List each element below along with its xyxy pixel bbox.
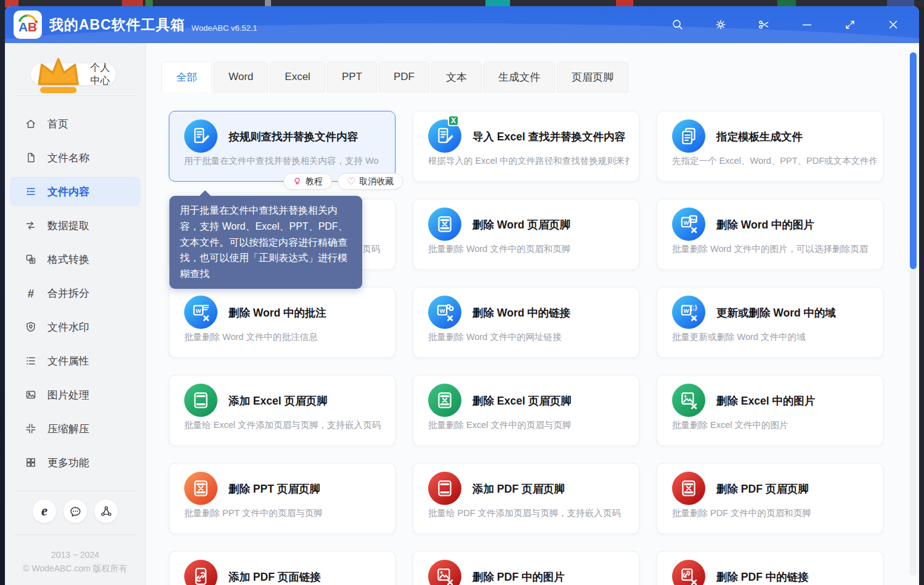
feature-icon	[672, 119, 705, 153]
svg-text:W: W	[683, 219, 689, 226]
feature-card[interactable]: 删除 PPT 页眉页脚 批量删除 PPT 文件中的页眉与页脚	[169, 463, 395, 534]
sidebar-item-list-indent[interactable]: 文件内容	[10, 177, 140, 206]
ie-browser-icon[interactable]: e	[32, 499, 57, 523]
feature-desc: 批量给 Excel 文件添加页眉与页脚，支持嵌入页码	[184, 419, 389, 431]
tooltip: 用于批量在文件中查找并替换相关内容，支持 Word、Excel、PPT、PDF、…	[169, 196, 362, 289]
tab-生成文件[interactable]: 生成文件	[484, 62, 555, 92]
svg-text:{;}: {;}	[690, 304, 697, 311]
sidebar-item-props[interactable]: 文件属性	[10, 346, 140, 376]
selected-card-actions: 教程 ♡ 取消收藏	[283, 173, 403, 190]
convert-icon	[25, 253, 37, 265]
feature-desc: 批量删除 PDF 文件中的页眉和页脚	[672, 507, 877, 519]
feature-icon	[428, 384, 461, 417]
tutorial-label: 教程	[306, 176, 323, 187]
sidebar-item-doc[interactable]: 文件名称	[10, 143, 140, 172]
feature-card[interactable]: 导入 Excel 查找并替换文件内容 根据导入的 Excel 中的文件路径和查找…	[413, 111, 639, 182]
maximize-icon[interactable]	[843, 17, 857, 32]
feature-title: 删除 Word 中的批注	[229, 305, 326, 320]
feature-card[interactable]: 删除 Excel 中的图片 批量删除 Excel 文件中的图片	[657, 375, 883, 446]
sidebar-item-convert[interactable]: 格式转换	[10, 244, 140, 274]
tooltip-arrow	[199, 190, 211, 196]
feature-card[interactable]: 添加 PDF 页眉页脚 批量给 PDF 文件添加页眉与页脚，支持嵌入页码	[413, 463, 639, 534]
feature-title: 删除 Word 中的图片	[716, 217, 814, 232]
copyright-years: 2013 ~ 2024	[5, 548, 145, 562]
feature-icon: W	[428, 296, 461, 329]
sidebar-item-label: 合并拆分	[47, 286, 89, 301]
search-icon[interactable]	[670, 17, 685, 32]
feature-card[interactable]: 删除 PDF 中的链接	[657, 551, 883, 585]
feature-card[interactable]: 删除 PDF 中的图片	[413, 551, 639, 585]
chat-icon[interactable]	[63, 499, 87, 523]
sidebar-item-label: 压缩解压	[47, 422, 89, 436]
compress-icon	[25, 422, 37, 435]
svg-text:A: A	[18, 20, 28, 34]
feature-title: 删除 Word 页眉页脚	[472, 217, 570, 232]
feature-card[interactable]: 指定模板生成文件 先指定一个 Excel、Word、PPT、PDF或文本文件作	[657, 111, 883, 182]
divider	[14, 95, 137, 96]
feature-card[interactable]: 删除 PDF 页眉页脚 批量删除 PDF 文件中的页眉和页脚	[657, 463, 883, 534]
copyright: 2013 ~ 2024 © WodeABC.com 版权所有	[5, 548, 145, 575]
tab-页眉页脚[interactable]: 页眉页脚	[557, 62, 628, 92]
sidebar-item-compress[interactable]: 压缩解压	[10, 414, 140, 443]
sidebar-item-label: 文件属性	[47, 354, 89, 368]
tab-文本[interactable]: 文本	[431, 62, 482, 92]
more-icon	[25, 456, 37, 469]
sidebar-item-label: 文件内容	[47, 185, 89, 199]
profile-center-label: 个人中心	[91, 62, 116, 87]
watermark-icon	[25, 321, 37, 333]
tab-Excel[interactable]: Excel	[270, 62, 325, 92]
feature-card[interactable]: W 删除 Word 中的图片 批量删除 Word 文件中的图片，可以选择删除页眉	[657, 199, 883, 270]
feature-title: 指定模板生成文件	[716, 129, 803, 144]
feature-card[interactable]: W 删除 Word 中的链接 批量删除 Word 文件中的网址链接	[413, 287, 639, 358]
unfavorite-label: 取消收藏	[359, 176, 394, 187]
minimize-icon[interactable]	[800, 17, 814, 32]
content-area: 全部WordExcelPPTPDF文本生成文件页眉页脚 按规则查找并替换文件内容…	[146, 43, 919, 585]
feature-desc: 先指定一个 Excel、Word、PPT、PDF或文本文件作	[672, 155, 877, 167]
crown-icon	[31, 47, 86, 102]
sidebar-item-home[interactable]: 首页	[10, 109, 140, 139]
tab-PPT[interactable]: PPT	[327, 62, 377, 92]
profile-center-button[interactable]: 个人中心	[30, 63, 116, 86]
sidebar-item-label: 首页	[47, 117, 68, 131]
sidebar-item-label: 更多功能	[47, 456, 89, 470]
extract-icon	[25, 219, 37, 232]
share-icon[interactable]	[94, 499, 118, 523]
feature-card[interactable]: W 删除 Word 中的批注 批量删除 Word 文件中的批注信息	[169, 287, 395, 358]
sidebar-item-image[interactable]: 图片处理	[10, 380, 140, 410]
heart-icon: ♡	[347, 177, 355, 187]
settings-icon[interactable]	[713, 17, 728, 32]
feature-title: 删除 Word 中的链接	[472, 305, 570, 320]
scissors-icon[interactable]	[756, 17, 771, 32]
feature-card[interactable]: W{;} 更新或删除 Word 中的域 批量更新或删除 Word 文件中的域	[657, 287, 883, 358]
feature-desc: 用于批量在文件中查找并替换相关内容，支持 Wo	[184, 155, 389, 167]
feature-card[interactable]: 删除 Excel 页眉页脚 批量删除 Excel 文件中的页眉与页脚	[413, 375, 639, 446]
unfavorite-button[interactable]: ♡ 取消收藏	[338, 173, 403, 190]
feature-icon	[428, 208, 461, 241]
svg-text:W: W	[439, 307, 445, 314]
feature-title: 删除 Excel 中的图片	[716, 393, 815, 408]
tab-全部[interactable]: 全部	[161, 62, 212, 92]
tab-PDF[interactable]: PDF	[379, 62, 429, 92]
sidebar-item-more[interactable]: 更多功能	[10, 448, 140, 477]
feature-icon	[184, 119, 217, 153]
feature-icon	[672, 560, 705, 585]
app-version: WodeABC v6.52.1	[192, 17, 257, 33]
sidebar-footer-icons: e	[5, 499, 145, 523]
sidebar-item-label: 数据提取	[47, 219, 89, 233]
tab-bar: 全部WordExcelPPTPDF文本生成文件页眉页脚	[161, 62, 630, 92]
feature-card[interactable]: 添加 Excel 页眉页脚 批量给 Excel 文件添加页眉与页脚，支持嵌入页码	[169, 375, 395, 446]
tab-Word[interactable]: Word	[214, 62, 268, 92]
sidebar-item-hash[interactable]: #合并拆分	[10, 278, 140, 308]
feature-desc: 批量删除 Excel 文件中的图片	[672, 419, 877, 431]
tutorial-button[interactable]: 教程	[283, 173, 332, 190]
sidebar-item-label: 文件名称	[47, 151, 89, 165]
scrollbar-thumb[interactable]	[910, 52, 917, 269]
close-icon[interactable]	[886, 17, 901, 32]
feature-card[interactable]: 添加 PDF 页面链接	[169, 551, 395, 585]
feature-title: 导入 Excel 查找并替换文件内容	[472, 129, 625, 144]
feature-card[interactable]: 删除 Word 页眉页脚 批量删除 Word 文件中的页眉和页脚	[413, 199, 639, 270]
sidebar-item-extract[interactable]: 数据提取	[10, 211, 140, 240]
feature-card[interactable]: 按规则查找并替换文件内容 用于批量在文件中查找并替换相关内容，支持 Wo	[169, 111, 395, 182]
tooltip-text: 用于批量在文件中查找并替换相关内容，支持 Word、Excel、PPT、PDF、…	[180, 205, 348, 279]
sidebar-item-watermark[interactable]: 文件水印	[10, 312, 140, 342]
